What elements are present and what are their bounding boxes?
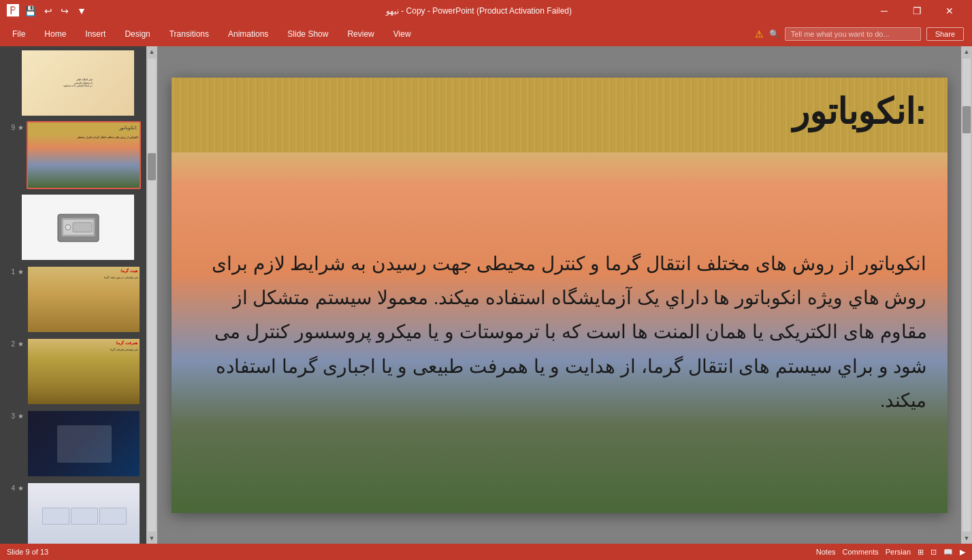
powerpoint-icon: 🅿	[7, 4, 19, 18]
scrollbar-track	[148, 59, 156, 531]
slide-thumb-10[interactable]	[20, 193, 141, 261]
ribbon-search-area: ⚠ 🔍 Share	[755, 27, 969, 41]
quick-access-toolbar: 🅿 💾 ↩ ↪ ▼	[7, 4, 89, 18]
slide-thumb-9[interactable]: :انکوباتور انکوباتور از روش های مختلف ان…	[27, 121, 141, 189]
slide-9-title-preview: :انکوباتور	[119, 125, 137, 131]
scroll-up-arrow[interactable]: ▲	[147, 46, 157, 57]
slide-thumb-2[interactable]: همرفت گرما: متن توضیحی همرفت گرما	[27, 337, 141, 406]
share-button[interactable]: Share	[926, 27, 964, 41]
slide-number-4: 4	[5, 482, 15, 492]
search-input[interactable]	[785, 27, 921, 41]
tab-animations[interactable]: Animations	[218, 22, 278, 46]
slide-number-8	[5, 49, 15, 52]
scrollbar-thumb[interactable]	[148, 153, 156, 180]
scroll-right-up-arrow[interactable]: ▲	[962, 46, 972, 57]
slide-star-3: ★	[18, 410, 24, 420]
tab-file[interactable]: File	[3, 22, 35, 46]
slide-star-1: ★	[18, 265, 24, 276]
tab-view[interactable]: View	[384, 22, 421, 46]
slide-item-8[interactable]: متن اسلاید قبلیبا محتوای فارسیدر اینجا ن…	[5, 49, 141, 117]
right-scrollbar-track	[962, 59, 971, 531]
view-normal-icon[interactable]: ⊞	[918, 548, 924, 557]
slide-body[interactable]: انکوباتور از روش های مختلف انتقال گرما و…	[192, 166, 927, 499]
right-scrollbar[interactable]: ▲ ▼	[961, 46, 972, 544]
slides-scroll[interactable]: متن اسلاید قبلیبا محتوای فارسیدر اینجا ن…	[0, 46, 146, 544]
scroll-right-down-arrow[interactable]: ▼	[962, 533, 972, 544]
slide-8-preview-text: متن اسلاید قبلیبا محتوای فارسیدر اینجا ن…	[61, 76, 95, 90]
slide-title[interactable]: :انکوباتور	[792, 91, 926, 132]
view-slideshow-icon[interactable]: ▶	[960, 548, 965, 557]
slide-item-10[interactable]	[5, 193, 141, 261]
view-reading-icon[interactable]: 📖	[943, 548, 953, 557]
slide-star-2: ★	[18, 337, 24, 348]
restore-button[interactable]: ❐	[901, 0, 933, 22]
slides-panel: متن اسلاید قبلیبا محتوای فارسیدر اینجا ن…	[0, 46, 146, 544]
slide-star-4: ★	[18, 482, 24, 492]
language-indicator: Persian	[886, 548, 911, 556]
tab-home[interactable]: Home	[35, 22, 76, 46]
slide-star-9: ★	[18, 121, 24, 131]
slide-number-1: 1	[5, 265, 15, 276]
tab-transitions[interactable]: Transitions	[160, 22, 218, 46]
save-button[interactable]: 💾	[22, 4, 39, 18]
slide-thumb-4[interactable]	[27, 482, 141, 544]
slide-body-text: انکوباتور از روش های مختلف انتقال گرما و…	[192, 247, 927, 418]
slide-item-3[interactable]: 3 ★	[5, 410, 141, 478]
svg-rect-4	[73, 223, 92, 232]
slide-item-2[interactable]: 2 ★ همرفت گرما: متن توضیحی همرفت گرما	[5, 337, 141, 406]
slide-number-3: 3	[5, 410, 15, 420]
title-bar: 🅿 💾 ↩ ↪ ▼ نیهو - Copy - PowerPoint (Prod…	[0, 0, 972, 22]
undo-button[interactable]: ↩	[42, 4, 55, 18]
slide-item-1[interactable]: 1 ★ هیت گرما: متن توضیحی در مورد هیت گرم…	[5, 265, 141, 333]
search-icon: 🔍	[769, 29, 779, 39]
close-button[interactable]: ✕	[934, 0, 965, 22]
customize-quick-access-button[interactable]: ▼	[74, 4, 89, 18]
slide-item-4[interactable]: 4 ★	[5, 482, 141, 544]
editing-area: ▲ ▼ :انکوباتور انکوباتور از روش های مختل…	[146, 46, 972, 544]
tab-insert[interactable]: Insert	[76, 22, 115, 46]
ribbon: File Home Insert Design Transitions Anim…	[0, 22, 972, 46]
view-slide-sorter-icon[interactable]: ⊡	[930, 548, 937, 557]
slide-thumb-3[interactable]	[27, 410, 141, 478]
slide-count: Slide 9 of 13	[7, 548, 48, 556]
svg-point-3	[65, 225, 71, 230]
right-scrollbar-thumb[interactable]	[962, 106, 971, 133]
minimize-button[interactable]: ─	[869, 0, 900, 22]
comments-button[interactable]: Comments	[843, 548, 879, 556]
window-controls: ─ ❐ ✕	[869, 0, 965, 22]
tab-review[interactable]: Review	[338, 22, 383, 46]
slide-number-9: 9	[5, 121, 15, 131]
warning-icon: ⚠	[755, 29, 764, 39]
scroll-down-arrow[interactable]: ▼	[147, 533, 157, 544]
left-scrollbar[interactable]: ▲ ▼	[146, 46, 157, 544]
window-title: نیهو - Copy - PowerPoint (Product Activa…	[89, 6, 869, 16]
main-content: متن اسلاید قبلیبا محتوای فارسیدر اینجا ن…	[0, 46, 972, 544]
ribbon-tabs: File Home Insert Design Transitions Anim…	[0, 22, 972, 46]
tab-slideshow[interactable]: Slide Show	[278, 22, 338, 46]
slide-number-2: 2	[5, 337, 15, 348]
redo-button[interactable]: ↪	[58, 4, 71, 18]
machine-svg	[51, 209, 106, 246]
slide-thumb-1[interactable]: هیت گرما: متن توضیحی در مورد هیت گرما	[27, 265, 141, 333]
status-bar: Slide 9 of 13 Notes Comments Persian ⊞ ⊡…	[0, 544, 972, 560]
main-slide[interactable]: :انکوباتور انکوباتور از روش های مختلف ان…	[172, 78, 947, 513]
slide-number-10	[5, 193, 15, 196]
slide-item-9[interactable]: 9 ★ :انکوباتور انکوباتور از روش های مختل…	[5, 121, 141, 189]
tab-design[interactable]: Design	[115, 22, 159, 46]
slide-9-body-preview: انکوباتور از روش های مختلف انتقال گرما و…	[30, 136, 138, 185]
notes-button[interactable]: Notes	[816, 548, 836, 556]
status-right: Notes Comments Persian ⊞ ⊡ 📖 ▶	[816, 548, 965, 557]
slide-thumb-8[interactable]: متن اسلاید قبلیبا محتوای فارسیدر اینجا ن…	[20, 49, 141, 117]
